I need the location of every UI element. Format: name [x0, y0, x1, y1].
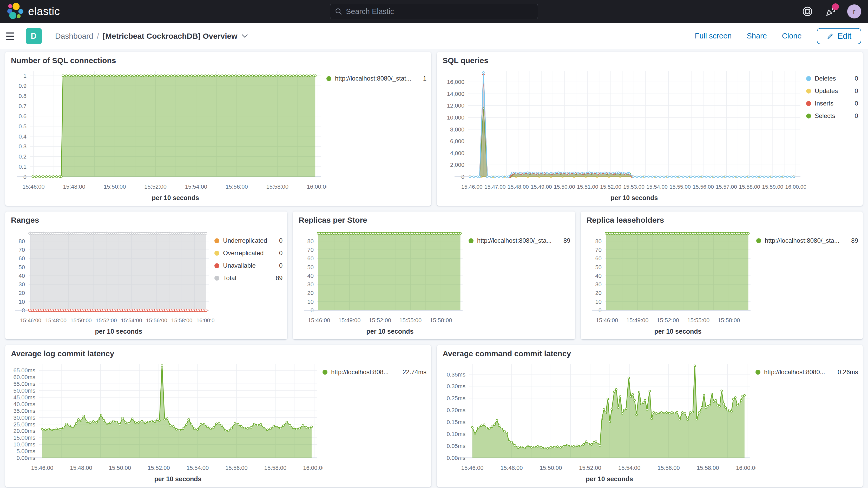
news-feed-icon[interactable] [824, 5, 836, 18]
legend-series-value: 1 [420, 75, 427, 82]
svg-text:0.6: 0.6 [19, 113, 27, 120]
legend-item[interactable]: Unavailable0 [214, 262, 282, 269]
dashboard-grid: Number of SQL connections 00.10.20.30.40… [0, 49, 868, 488]
elastic-logo-icon [7, 3, 24, 20]
svg-text:50.00ms: 50.00ms [13, 388, 35, 394]
svg-text:50: 50 [595, 264, 601, 271]
legend-series-value: 0 [276, 249, 282, 257]
svg-text:30: 30 [307, 281, 314, 288]
panel-title[interactable]: Average command commit latency [442, 349, 858, 358]
legend-series-dot [327, 76, 331, 81]
svg-text:0.4: 0.4 [19, 133, 27, 140]
chart-average-log-commit-latency[interactable]: 0.00ms5.00ms10.00ms15.00ms20.00ms25.00ms… [10, 359, 322, 485]
legend-item[interactable]: Selects0 [806, 112, 858, 120]
legend-series-dot [756, 238, 761, 243]
legend-item[interactable]: Overreplicated0 [214, 249, 282, 257]
svg-text:per 10 seconds: per 10 seconds [366, 328, 414, 335]
panel-title[interactable]: Ranges [11, 216, 282, 224]
chart-replicas-per-store[interactable]: 0102030405060708015:46:0015:49:0015:52:0… [298, 225, 468, 337]
legend-item[interactable]: Underreplicated0 [214, 237, 282, 244]
svg-text:4,000: 4,000 [450, 150, 464, 156]
dashboard-badge[interactable]: D [26, 28, 42, 44]
svg-text:per 10 seconds: per 10 seconds [586, 475, 633, 483]
elastic-logo[interactable]: elastic [7, 3, 60, 20]
dashboard-toolbar: D Dashboard / [Metricbeat CockroachDB] O… [0, 23, 868, 49]
svg-text:15:58:00: 15:58:00 [717, 317, 740, 324]
legend-series-value: 0.26ms [834, 368, 858, 376]
svg-text:15:56:00: 15:56:00 [692, 184, 714, 190]
legend-item[interactable]: Updates0 [806, 87, 858, 95]
svg-text:40: 40 [307, 273, 314, 279]
svg-text:15.00ms: 15.00ms [13, 434, 35, 441]
chart-number-of-sql-connections[interactable]: 00.10.20.30.40.50.60.70.80.9115:46:0015:… [10, 65, 327, 204]
chart-average-command-commit-latency[interactable]: 0.00ms0.05ms0.10ms0.15ms0.20ms0.25ms0.30… [441, 359, 755, 485]
legend-series-dot [214, 263, 219, 268]
svg-text:14,000: 14,000 [447, 91, 464, 97]
search-input[interactable]: Search Elastic [330, 4, 538, 19]
legend-series-dot [806, 114, 811, 119]
svg-text:60: 60 [595, 255, 601, 262]
page-title[interactable]: [Metricbeat CockroachDB] Overview [103, 32, 238, 40]
legend-item[interactable]: Inserts0 [806, 100, 858, 107]
svg-text:15:58:00: 15:58:00 [430, 317, 452, 324]
panel-title[interactable]: Replica leaseholders [587, 216, 858, 224]
menu-icon[interactable] [0, 23, 20, 49]
legend-item[interactable]: http://localhost:8080/_sta...89 [756, 237, 858, 244]
legend-series-dot [806, 101, 811, 106]
legend-item[interactable]: http://localhost:808...22.74ms [322, 368, 427, 376]
chart-legend: http://localhost:8080/_sta...89 [756, 225, 858, 337]
user-avatar[interactable]: r [847, 4, 861, 19]
legend-series-label: Selects [815, 112, 835, 120]
svg-text:80: 80 [595, 238, 601, 245]
chart-ranges[interactable]: 0102030405060708015:46:0015:48:0015:50:0… [10, 225, 214, 337]
full-screen-button[interactable]: Full screen [695, 32, 732, 40]
svg-text:15:52:00: 15:52:00 [96, 317, 117, 323]
share-button[interactable]: Share [747, 32, 767, 40]
svg-text:15:58:00: 15:58:00 [264, 465, 287, 471]
svg-text:80: 80 [19, 238, 25, 245]
notification-dot [832, 3, 839, 10]
chart-replica-leaseholders[interactable]: 0102030405060708015:46:0015:49:0015:52:0… [586, 225, 756, 337]
clone-button[interactable]: Clone [782, 32, 802, 40]
legend-series-label: Total [223, 274, 236, 282]
panel-title[interactable]: Replicas per Store [299, 216, 570, 224]
breadcrumb-dashboard[interactable]: Dashboard [55, 32, 93, 40]
panel-title[interactable]: SQL queries [442, 56, 858, 65]
chevron-down-icon[interactable] [242, 34, 248, 38]
svg-text:15:48:00: 15:48:00 [70, 465, 92, 471]
svg-text:15:49:00: 15:49:00 [531, 184, 552, 190]
legend-item[interactable]: http://localhost:8080/_sta...89 [469, 237, 570, 244]
svg-text:15:46:00: 15:46:00 [596, 317, 618, 324]
chart-sql-queries[interactable]: 02,0004,0006,0008,00010,00012,00014,0001… [441, 65, 806, 204]
panel-title[interactable]: Number of SQL connections [11, 56, 427, 65]
svg-text:45.00ms: 45.00ms [13, 394, 35, 401]
svg-text:15:48:00: 15:48:00 [507, 184, 529, 190]
svg-text:15:58:00: 15:58:00 [697, 465, 719, 471]
legend-series-label: http://localhost:8080/_stat... [335, 75, 411, 82]
legend-series-dot [214, 251, 219, 256]
panel-title[interactable]: Average log commit latency [11, 349, 427, 358]
svg-text:15:54:00: 15:54:00 [646, 184, 668, 190]
svg-text:15:47:00: 15:47:00 [485, 184, 506, 190]
chart-legend: http://localhost:8080/_stat...1 [327, 65, 427, 204]
panel-average-command-commit-latency: Average command commit latency 0.00ms0.0… [437, 345, 863, 487]
svg-text:60: 60 [307, 255, 314, 262]
legend-item[interactable]: http://localhost:8080...0.26ms [755, 368, 858, 376]
svg-text:15:53:00: 15:53:00 [623, 184, 645, 190]
svg-text:60.00ms: 60.00ms [13, 374, 35, 380]
svg-text:16:00:00: 16:00:00 [196, 317, 214, 323]
svg-text:15:50:00: 15:50:00 [70, 317, 92, 323]
legend-series-label: Deletes [815, 75, 836, 82]
svg-text:0.35ms: 0.35ms [447, 371, 465, 378]
svg-text:15:54:00: 15:54:00 [618, 465, 641, 471]
help-icon[interactable] [802, 5, 813, 18]
panel-replicas-per-store: Replicas per Store 0102030405060708015:4… [293, 212, 575, 339]
legend-item[interactable]: Deletes0 [806, 75, 858, 82]
svg-text:20: 20 [595, 290, 601, 296]
legend-item[interactable]: http://localhost:8080/_stat...1 [327, 75, 427, 82]
legend-item[interactable]: Total89 [214, 274, 282, 282]
svg-text:20: 20 [19, 290, 25, 296]
edit-button[interactable]: Edit [817, 28, 861, 44]
svg-text:15:56:00: 15:56:00 [657, 465, 680, 471]
svg-text:15:46:00: 15:46:00 [461, 465, 484, 471]
